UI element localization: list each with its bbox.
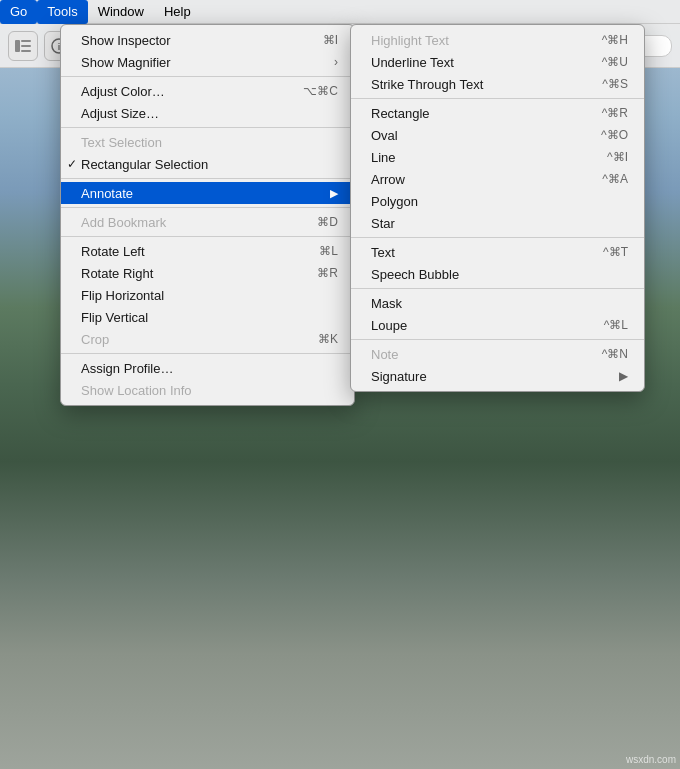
arrow-label: Arrow: [371, 172, 405, 187]
strike-through-text-shortcut: ^⌘S: [602, 77, 628, 91]
flip-horizontal-label: Flip Horizontal: [81, 288, 164, 303]
sep-3: [61, 178, 354, 179]
menu-item-flip-horizontal[interactable]: Flip Horizontal: [61, 284, 354, 306]
submenu-item-star[interactable]: Star: [351, 212, 644, 234]
sub-sep-1: [351, 98, 644, 99]
oval-shortcut: ^⌘O: [601, 128, 628, 142]
menu-item-crop: Crop ⌘K: [61, 328, 354, 350]
text-label: Text: [371, 245, 395, 260]
show-location-info-label: Show Location Info: [81, 383, 192, 398]
show-magnifier-label: Show Magnifier: [81, 55, 171, 70]
add-bookmark-label: Add Bookmark: [81, 215, 166, 230]
signature-arrow-icon: ▶: [619, 369, 628, 383]
submenu-item-underline-text[interactable]: Underline Text ^⌘U: [351, 51, 644, 73]
sub-sep-2: [351, 237, 644, 238]
submenu-item-text[interactable]: Text ^⌘T: [351, 241, 644, 263]
add-bookmark-shortcut: ⌘D: [317, 215, 338, 229]
line-label: Line: [371, 150, 396, 165]
sub-sep-3: [351, 288, 644, 289]
menu-item-show-inspector[interactable]: Show Inspector ⌘I: [61, 29, 354, 51]
adjust-color-label: Adjust Color…: [81, 84, 165, 99]
svg-rect-1: [21, 40, 31, 42]
rotate-left-shortcut: ⌘L: [319, 244, 338, 258]
submenu-item-speech-bubble[interactable]: Speech Bubble: [351, 263, 644, 285]
menu-item-show-magnifier[interactable]: Show Magnifier ›: [61, 51, 354, 73]
flip-vertical-label: Flip Vertical: [81, 310, 148, 325]
menu-item-adjust-color[interactable]: Adjust Color… ⌥⌘C: [61, 80, 354, 102]
menu-go[interactable]: Go: [0, 0, 37, 24]
submenu-item-oval[interactable]: Oval ^⌘O: [351, 124, 644, 146]
crop-label: Crop: [81, 332, 109, 347]
menu-item-flip-vertical[interactable]: Flip Vertical: [61, 306, 354, 328]
submenu-item-arrow[interactable]: Arrow ^⌘A: [351, 168, 644, 190]
menu-item-rectangular-selection[interactable]: ✓ Rectangular Selection: [61, 153, 354, 175]
loupe-shortcut: ^⌘L: [604, 318, 628, 332]
speech-bubble-label: Speech Bubble: [371, 267, 459, 282]
underline-text-shortcut: ^⌘U: [602, 55, 628, 69]
rectangular-selection-label: Rectangular Selection: [81, 157, 208, 172]
tools-dropdown-menu: Show Inspector ⌘I Show Magnifier › Adjus…: [60, 24, 355, 406]
sub-sep-4: [351, 339, 644, 340]
sep-1: [61, 76, 354, 77]
rectangle-shortcut: ^⌘R: [602, 106, 628, 120]
svg-rect-2: [21, 45, 31, 47]
polygon-label: Polygon: [371, 194, 418, 209]
crop-shortcut: ⌘K: [318, 332, 338, 346]
menu-item-text-selection: Text Selection: [61, 131, 354, 153]
text-shortcut: ^⌘T: [603, 245, 628, 259]
menu-help[interactable]: Help: [154, 0, 201, 24]
menu-item-add-bookmark: Add Bookmark ⌘D: [61, 211, 354, 233]
rectangle-label: Rectangle: [371, 106, 430, 121]
show-inspector-label: Show Inspector: [81, 33, 171, 48]
submenu-item-rectangle[interactable]: Rectangle ^⌘R: [351, 102, 644, 124]
menu-item-assign-profile[interactable]: Assign Profile…: [61, 357, 354, 379]
show-inspector-shortcut: ⌘I: [323, 33, 338, 47]
strike-through-text-label: Strike Through Text: [371, 77, 483, 92]
note-label: Note: [371, 347, 398, 362]
text-selection-label: Text Selection: [81, 135, 162, 150]
menu-item-show-location-info: Show Location Info: [61, 379, 354, 401]
submenu-item-note: Note ^⌘N: [351, 343, 644, 365]
sep-5: [61, 236, 354, 237]
svg-rect-0: [15, 40, 20, 52]
submenu-item-loupe[interactable]: Loupe ^⌘L: [351, 314, 644, 336]
annotate-submenu: Highlight Text ^⌘H Underline Text ^⌘U St…: [350, 24, 645, 392]
sep-4: [61, 207, 354, 208]
arrow-shortcut: ^⌘A: [602, 172, 628, 186]
show-magnifier-shortcut: ›: [334, 55, 338, 69]
menu-item-rotate-left[interactable]: Rotate Left ⌘L: [61, 240, 354, 262]
submenu-item-signature[interactable]: Signature ▶: [351, 365, 644, 387]
rotate-left-label: Rotate Left: [81, 244, 145, 259]
mask-label: Mask: [371, 296, 402, 311]
svg-rect-3: [21, 50, 31, 52]
adjust-size-label: Adjust Size…: [81, 106, 159, 121]
submenu-item-strike-through-text[interactable]: Strike Through Text ^⌘S: [351, 73, 644, 95]
menu-item-rotate-right[interactable]: Rotate Right ⌘R: [61, 262, 354, 284]
sep-2: [61, 127, 354, 128]
menu-window[interactable]: Window: [88, 0, 154, 24]
check-icon: ✓: [67, 157, 77, 171]
rotate-right-label: Rotate Right: [81, 266, 153, 281]
submenu-arrow-icon: ▶: [330, 187, 338, 200]
annotate-label: Annotate: [81, 186, 133, 201]
adjust-color-shortcut: ⌥⌘C: [303, 84, 338, 98]
underline-text-label: Underline Text: [371, 55, 454, 70]
rotate-right-shortcut: ⌘R: [317, 266, 338, 280]
note-shortcut: ^⌘N: [602, 347, 628, 361]
submenu-item-line[interactable]: Line ^⌘I: [351, 146, 644, 168]
star-label: Star: [371, 216, 395, 231]
submenu-item-highlight-text: Highlight Text ^⌘H: [351, 29, 644, 51]
menu-item-adjust-size[interactable]: Adjust Size…: [61, 102, 354, 124]
submenu-item-mask[interactable]: Mask: [351, 292, 644, 314]
toolbar-btn-sidebar[interactable]: [8, 31, 38, 61]
menu-tools[interactable]: Tools: [37, 0, 87, 24]
menu-item-annotate[interactable]: Annotate ▶: [61, 182, 354, 204]
highlight-text-label: Highlight Text: [371, 33, 449, 48]
submenu-item-polygon[interactable]: Polygon: [351, 190, 644, 212]
line-shortcut: ^⌘I: [607, 150, 628, 164]
loupe-label: Loupe: [371, 318, 407, 333]
assign-profile-label: Assign Profile…: [81, 361, 173, 376]
signature-label: Signature: [371, 369, 427, 384]
sep-6: [61, 353, 354, 354]
oval-label: Oval: [371, 128, 398, 143]
